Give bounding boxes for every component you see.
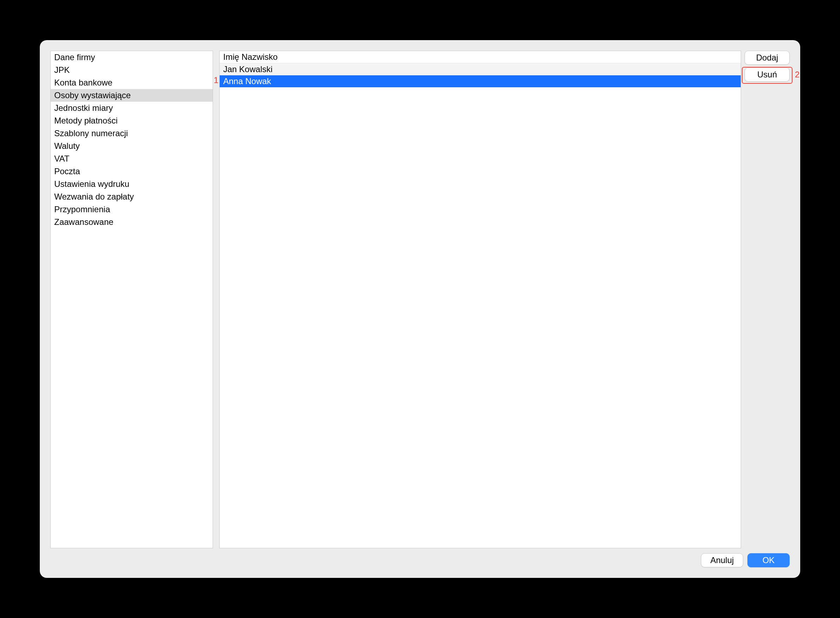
sidebar-item-waluty[interactable]: Waluty (51, 140, 213, 152)
sidebar-item-zaawansowane[interactable]: Zaawansowane (51, 216, 213, 229)
annotation-number-2: 2 (795, 70, 800, 80)
remove-button[interactable]: Usuń (745, 68, 789, 82)
sidebar-item-przypomnienia[interactable]: Przypomnienia (51, 203, 213, 216)
cancel-button[interactable]: Anuluj (701, 553, 743, 567)
list-row[interactable]: Anna Nowak (220, 75, 741, 87)
side-buttons: Dodaj Usuń 2 (745, 51, 789, 548)
sidebar-item-osoby-wystawiajace[interactable]: Osoby wystawiające (51, 89, 213, 102)
people-list: Imię Nazwisko Jan Kowalski Anna Nowak (219, 51, 741, 548)
sidebar-item-jednostki-miary[interactable]: Jednostki miary (51, 102, 213, 114)
dialog-footer: Anuluj OK (51, 553, 789, 567)
sidebar-item-dane-firmy[interactable]: Dane firmy (51, 51, 213, 64)
sidebar-item-szablony-numeracji[interactable]: Szablony numeracji (51, 127, 213, 140)
sidebar-item-konta-bankowe[interactable]: Konta bankowe (51, 76, 213, 89)
sidebar-item-vat[interactable]: VAT (51, 152, 213, 165)
annotation-number-1: 1 (214, 75, 218, 85)
list-header[interactable]: Imię Nazwisko (220, 51, 741, 63)
main-area: 1 Imię Nazwisko Jan Kowalski Anna Nowak … (219, 51, 789, 548)
sidebar-item-metody-platnosci[interactable]: Metody płatności (51, 114, 213, 127)
sidebar-item-wezwania-do-zaplaty[interactable]: Wezwania do zapłaty (51, 190, 213, 203)
sidebar-item-jpk[interactable]: JPK (51, 64, 213, 76)
ok-button[interactable]: OK (748, 553, 789, 567)
sidebar: Dane firmy JPK Konta bankowe Osoby wysta… (51, 51, 213, 548)
settings-dialog: Dane firmy JPK Konta bankowe Osoby wysta… (40, 40, 800, 578)
sidebar-item-ustawienia-wydruku[interactable]: Ustawienia wydruku (51, 178, 213, 190)
list-row[interactable]: Jan Kowalski (220, 63, 741, 75)
add-button[interactable]: Dodaj (745, 51, 789, 65)
sidebar-item-poczta[interactable]: Poczta (51, 165, 213, 178)
content-row: Dane firmy JPK Konta bankowe Osoby wysta… (51, 51, 789, 548)
